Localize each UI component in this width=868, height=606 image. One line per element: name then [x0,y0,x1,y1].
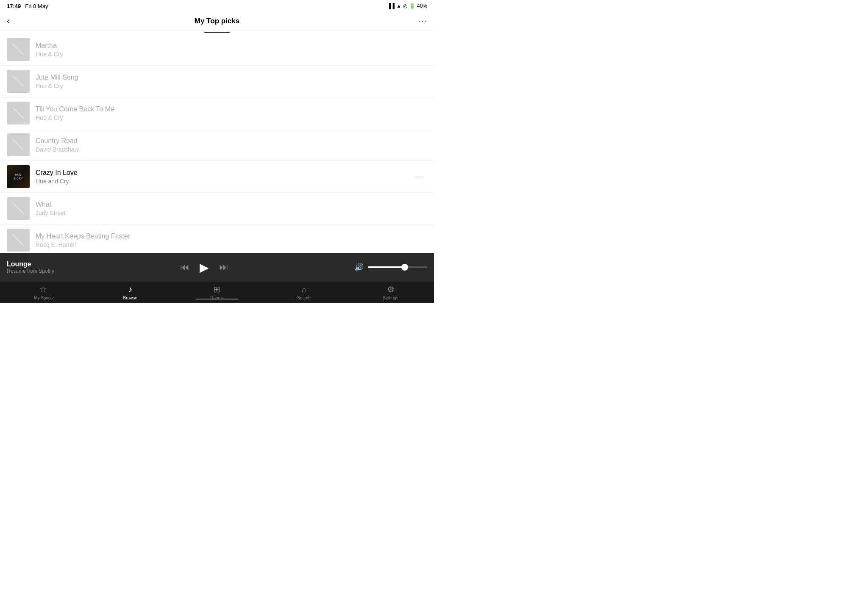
placeholder-icon [7,197,30,220]
placeholder-icon [7,133,30,156]
status-time: 17:49 [7,3,21,9]
status-date: Fri 8 May [25,3,48,9]
status-right: ▐▐ ▲ ◎ 🔋 40% [387,3,427,9]
track-artist: Hue & Cry [36,114,427,121]
back-button[interactable]: ‹ [7,16,10,27]
prev-button[interactable]: ⏮ [180,262,189,273]
track-info: What Judy Street [36,201,427,216]
track-item[interactable]: What Judy Street [0,193,434,224]
home-indicator [196,299,238,300]
track-artwork [7,133,30,156]
nav-item-browse[interactable]: ♪ Browse [87,285,174,300]
settings-label: Settings [383,296,398,300]
track-title: Jute Mill Song [36,74,427,81]
track-info: Crazy In Love Hue and Cry [36,169,412,185]
my-sonos-icon: ☆ [39,284,47,294]
nav-item-my-sonos[interactable]: ☆ My Sonos [0,284,87,300]
track-artist: Hue & Cry [36,51,427,58]
track-item[interactable]: Till You Come Back To Me Hue & Cry [0,97,434,129]
track-more-button[interactable]: ··· [412,171,427,183]
settings-icon: ⚙ [387,284,395,294]
track-artwork [7,229,30,252]
track-info: Till You Come Back To Me Hue & Cry [36,105,427,121]
track-artist: David Bradshaw [36,146,427,153]
track-info: Country Road David Bradshaw [36,137,427,153]
track-artwork [7,38,30,61]
placeholder-icon [7,70,30,93]
track-item[interactable]: Country Road David Bradshaw [0,129,434,161]
battery-percent: 40% [417,3,427,9]
player-controls: ⏮ ▶ ⏭ [54,260,354,274]
track-title: What [36,201,427,208]
track-artist: Hue & Cry [36,83,427,89]
player-info: Lounge Resume from Spotify [7,260,54,274]
placeholder-icon [7,102,30,125]
my-sonos-label: My Sonos [34,296,53,300]
track-title: My Heart Keeps Beating Faster [36,232,427,240]
player-volume: 🔊 [354,263,427,272]
track-item[interactable]: Martha Hue & Cry [0,34,434,66]
volume-thumb [401,264,408,271]
nav-item-search[interactable]: ⌕ Search [260,285,347,300]
signal-icon: ▐▐ [387,3,395,9]
track-item[interactable]: HUE& CRY Crazy In Love Hue and Cry ··· [0,161,434,193]
player-source: Resume from Spotify [7,268,54,274]
location-icon: ◎ [403,3,407,9]
browse-icon: ♪ [128,285,132,294]
track-title: Martha [36,42,427,50]
track-artwork [7,102,30,125]
status-bar: 17:49 Fri 8 May ▐▐ ▲ ◎ 🔋 40% [0,0,434,12]
track-artist: Hue and Cry [36,178,412,185]
placeholder-icon [7,38,30,61]
track-artwork [7,70,30,93]
track-info: My Heart Keeps Beating Faster Rocq E. Ha… [36,232,427,248]
battery-icon: 🔋 [409,3,415,9]
more-menu-button[interactable]: ··· [418,17,427,25]
play-button[interactable]: ▶ [200,260,209,274]
scroll-indicator [0,30,434,34]
nav-item-settings[interactable]: ⚙ Settings [347,284,434,300]
volume-slider[interactable] [368,266,427,268]
track-info: Jute Mill Song Hue & Cry [36,74,427,89]
nav-item-rooms[interactable]: ⊞ Rooms [174,284,261,300]
search-icon: ⌕ [301,285,306,294]
track-list[interactable]: Martha Hue & Cry Jute Mill Song Hue & Cr… [0,34,434,253]
track-title: Crazy In Love [36,169,412,177]
player-room: Lounge [7,260,54,268]
track-artwork: HUE& CRY [7,165,30,188]
page-header: ‹ My Top picks ··· [0,12,434,30]
track-title: Country Road [36,137,427,145]
track-item[interactable]: Jute Mill Song Hue & Cry [0,66,434,97]
browse-label: Browse [123,296,137,300]
track-artwork [7,197,30,220]
track-title: Till You Come Back To Me [36,105,427,113]
volume-icon: 🔊 [354,263,364,272]
page-title: My Top picks [195,17,239,25]
next-button[interactable]: ⏭ [219,262,228,273]
track-artist: Rocq E. Harrell [36,241,427,248]
wifi-icon: ▲ [396,3,401,9]
player-bar: Lounge Resume from Spotify ⏮ ▶ ⏭ 🔊 [0,253,434,282]
placeholder-icon [7,229,30,252]
track-info: Martha Hue & Cry [36,42,427,58]
track-item[interactable]: My Heart Keeps Beating Faster Rocq E. Ha… [0,224,434,253]
rooms-icon: ⊞ [213,284,220,294]
scroll-bar [204,32,230,33]
volume-fill [368,266,405,268]
status-icons: ▐▐ ▲ ◎ 🔋 40% [387,3,427,9]
search-label: Search [297,296,311,300]
track-artist: Judy Street [36,210,427,216]
